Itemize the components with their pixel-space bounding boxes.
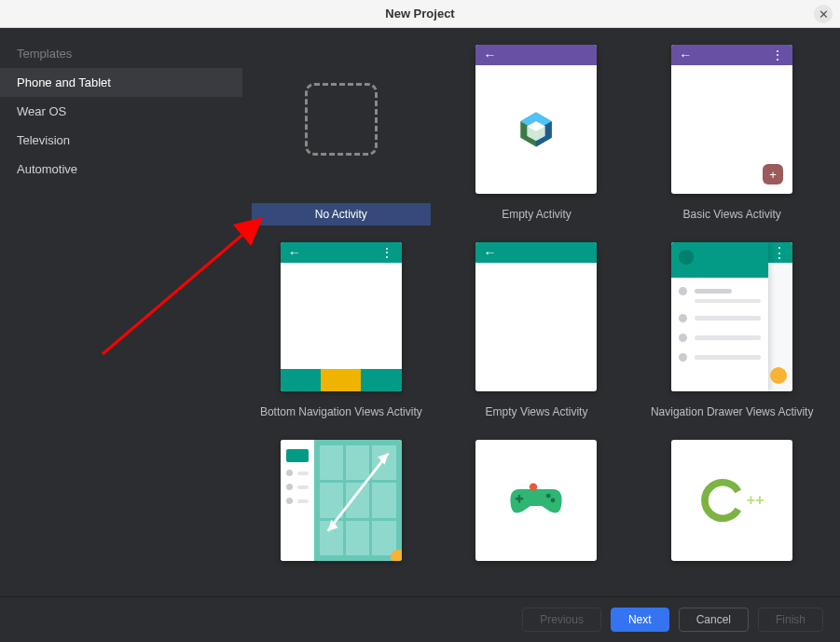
template-thumb: [475, 440, 597, 561]
svg-point-12: [551, 499, 556, 503]
overflow-menu-icon: ⋮: [380, 245, 394, 260]
template-grid-container: No Activity ← Empty Activity: [242, 28, 840, 596]
back-arrow-icon: ←: [679, 48, 692, 62]
template-card-no-activity[interactable]: No Activity: [252, 45, 431, 225]
sidebar-item-label: Phone and Tablet: [17, 75, 111, 89]
back-arrow-icon: ←: [483, 245, 496, 260]
template-thumb: ←: [475, 242, 597, 391]
template-thumb: ++: [671, 440, 792, 561]
template-card-bottom-nav[interactable]: ← ⋮ Bottom Navigation Views Activity: [252, 242, 431, 423]
template-label: Navigation Drawer Views Activity: [642, 401, 821, 423]
bottom-nav-bar: [281, 369, 402, 391]
template-thumb: ← ⋮: [281, 242, 402, 391]
back-arrow-icon: ←: [288, 245, 301, 260]
template-thumb: ←: [475, 45, 597, 194]
template-card-responsive-views[interactable]: [252, 440, 431, 561]
main-area: Templates Phone and Tablet Wear OS Telev…: [0, 28, 840, 596]
template-label: Empty Views Activity: [448, 401, 627, 423]
game-controller-icon: [508, 482, 564, 519]
template-grid: No Activity ← Empty Activity: [242, 45, 831, 561]
template-thumb: [281, 45, 402, 194]
fab-add-icon: +: [763, 164, 783, 184]
sidebar-item-label: Wear OS: [17, 104, 66, 118]
sidebar-item-label: Automotive: [17, 162, 77, 176]
drawer-panel: [671, 242, 768, 391]
template-label: No Activity: [252, 203, 431, 225]
next-button[interactable]: Next: [611, 608, 669, 632]
close-button[interactable]: ✕: [814, 5, 833, 23]
template-label: Basic Views Activity: [642, 203, 821, 225]
back-arrow-icon: ←: [483, 48, 496, 62]
svg-rect-10: [516, 498, 523, 499]
template-card-nav-drawer[interactable]: ⋮ N: [642, 242, 821, 423]
svg-point-8: [530, 483, 537, 490]
template-card-native-cpp[interactable]: ++: [642, 440, 821, 561]
footer-button-bar: Previous Next Cancel Finish: [0, 596, 840, 642]
template-card-game-activity[interactable]: [448, 440, 627, 561]
window-title: New Project: [385, 7, 454, 20]
previous-button: Previous: [522, 608, 601, 632]
jetpack-compose-icon: [516, 109, 557, 150]
sidebar-item-television[interactable]: Television: [0, 126, 242, 155]
svg-point-11: [546, 494, 551, 499]
sidebar-item-automotive[interactable]: Automotive: [0, 155, 242, 184]
overflow-menu-icon: ⋮: [771, 48, 785, 62]
cpp-icon: ++: [700, 478, 764, 523]
template-thumb: ⋮: [671, 242, 792, 391]
thumb-appbar: ←: [475, 242, 597, 263]
template-card-basic-views[interactable]: ← ⋮ + Basic Views Activity: [642, 45, 821, 225]
template-card-empty-views[interactable]: ← Empty Views Activity: [448, 242, 627, 423]
thumb-appbar: ⋮: [768, 242, 792, 263]
sidebar-header: Templates: [0, 37, 242, 68]
thumb-appbar: ←: [475, 45, 597, 65]
overflow-menu-icon: ⋮: [772, 244, 787, 262]
thumb-appbar: ← ⋮: [281, 242, 402, 263]
avatar-icon: [679, 250, 694, 265]
sidebar-item-label: Television: [17, 133, 70, 147]
cancel-button[interactable]: Cancel: [679, 608, 749, 632]
close-icon: ✕: [819, 7, 829, 21]
sidebar-item-phone-tablet[interactable]: Phone and Tablet: [0, 68, 242, 97]
template-label: Empty Activity: [448, 203, 627, 225]
dashed-placeholder-icon: [305, 83, 378, 156]
sidebar-item-wear-os[interactable]: Wear OS: [0, 97, 242, 126]
fab-icon: [391, 550, 402, 561]
template-label: Bottom Navigation Views Activity: [252, 401, 431, 423]
template-card-empty-activity[interactable]: ← Empty Activity: [448, 45, 627, 225]
template-thumb: ← ⋮ +: [671, 45, 792, 194]
titlebar: New Project ✕: [0, 0, 840, 28]
thumb-appbar: ← ⋮: [671, 45, 792, 65]
sidebar: Templates Phone and Tablet Wear OS Telev…: [0, 28, 242, 596]
finish-button: Finish: [758, 608, 823, 632]
template-thumb: [281, 440, 402, 561]
fab-icon: [770, 367, 787, 384]
